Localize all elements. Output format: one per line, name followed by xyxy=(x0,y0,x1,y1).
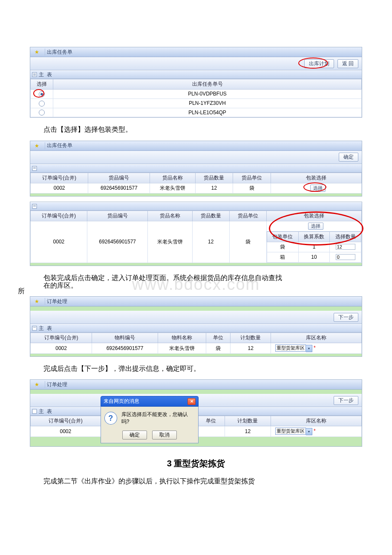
instruction-text: 完成后点击【下一步】，弹出提示信息，确定即可。 xyxy=(30,363,362,374)
radio-select[interactable] xyxy=(39,101,45,107)
dialog-message: 库区选择后不能更改，您确认吗? xyxy=(121,411,195,425)
toolbar: 出库计划 返 回 xyxy=(30,57,362,70)
maintable-label: 主 表 xyxy=(39,71,53,78)
select-button[interactable]: 选择 xyxy=(310,185,326,192)
radio-select[interactable] xyxy=(39,110,45,116)
qty-input[interactable] xyxy=(336,244,355,250)
radio-select[interactable] xyxy=(39,91,45,97)
svg-rect-12 xyxy=(32,409,37,413)
titlebar: ★ 出库任务单 xyxy=(30,47,362,57)
confirm-dialog: 来自网页的消息 ✕ ? 库区选择后不能更改，您确认吗? 确定 取消 xyxy=(101,396,199,443)
next-button[interactable]: 下一步 xyxy=(334,396,358,405)
chevron-down-icon[interactable]: ▾ xyxy=(306,345,312,352)
form-icon xyxy=(32,204,37,209)
star-icon: ★ xyxy=(33,298,40,305)
order-processing-panel: ★订单处理 下一步 主 表 订单编号(合并)物料编号物料名称单位计划数量库区名称… xyxy=(30,296,362,357)
table-row: 00026926456901577米老头雪饼袋12重型货架库区▾* xyxy=(31,343,362,354)
svg-rect-10 xyxy=(32,326,37,330)
instruction-text: 完成第二节《出库作业》的步骤以后，执行以下操作完成重型货架拣货 xyxy=(30,475,362,487)
section-heading: 3 重型货架拣货 xyxy=(30,458,362,469)
table-row: PLN-0VDPBFUS xyxy=(31,90,362,99)
form-icon xyxy=(32,72,37,77)
question-icon: ? xyxy=(104,412,117,425)
star-icon: ★ xyxy=(33,142,40,150)
task-table: 选择出库任务单号 PLN-0VDPBFUS PLN-1YFZ30VH PLN-L… xyxy=(30,79,362,117)
col-select: 选择 xyxy=(31,79,53,90)
required-icon: * xyxy=(314,345,316,351)
close-icon[interactable]: ✕ xyxy=(187,398,196,405)
form-icon xyxy=(32,326,37,331)
required-icon: * xyxy=(314,428,316,434)
select-button[interactable]: 选择 xyxy=(308,223,323,230)
instruction-text: 点击【选择】选择包装类型。 xyxy=(30,124,362,135)
zone-select[interactable]: 重型货架库区 xyxy=(275,428,306,435)
chevron-down-icon[interactable]: ▾ xyxy=(306,428,312,435)
table-row: 00026926456901577米老头雪饼12袋选择 xyxy=(31,183,362,193)
qty-input[interactable] xyxy=(336,254,355,260)
packaging-panel: ★出库任务单 确定 订单编号(合并)货品编号货品名称货品数量货品单位包装选择 0… xyxy=(30,141,362,197)
dialog-title: 来自网页的消息 xyxy=(104,398,139,405)
back-button[interactable]: 返 回 xyxy=(337,59,358,68)
panel-title: 出库任务单 xyxy=(47,49,77,56)
zone-select[interactable]: 重型货架库区 xyxy=(275,344,306,352)
confirm-button[interactable]: 确定 xyxy=(339,153,358,162)
dialog-titlebar: 来自网页的消息 ✕ xyxy=(101,396,199,407)
table-row: PLN-LE1O54QP xyxy=(31,108,362,117)
form-icon xyxy=(32,166,37,171)
dialog-ok-button[interactable]: 确定 xyxy=(122,431,147,439)
col-tasknum: 出库任务单号 xyxy=(53,79,362,90)
order-processing-dialog-panel: ★订单处理 下一步 主 表 订单编号(合并)物料编号物料名称单位计划数量库区名称… xyxy=(30,379,362,447)
table-row: PLN-1YFZ30VH xyxy=(31,98,362,108)
dialog-cancel-button[interactable]: 取消 xyxy=(152,431,177,439)
outbound-plan-button[interactable]: 出库计划 xyxy=(304,59,334,68)
packaging-expanded-panel: 订单编号(合并)货品编号货品名称货品数量货品单位包装选择 0002 692645… xyxy=(30,202,362,266)
form-icon xyxy=(32,409,37,414)
next-button[interactable]: 下一步 xyxy=(334,313,358,322)
star-icon: ★ xyxy=(33,381,40,388)
subheader: 主 表 xyxy=(30,70,362,79)
outbound-task-panel: ★ 出库任务单 出库计划 返 回 主 表 选择出库任务单号 PLN-0VDPBF… xyxy=(30,47,362,118)
table-row: 0002 6926456901577 米老头雪饼 12 袋 选择 包装单位换算系… xyxy=(31,221,362,263)
star-icon: ★ xyxy=(33,48,40,56)
